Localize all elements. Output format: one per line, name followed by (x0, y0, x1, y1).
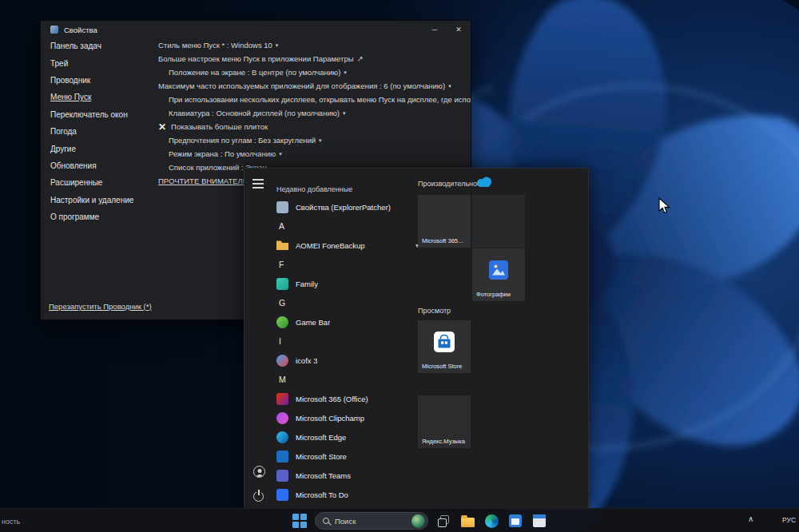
hamburger-icon[interactable] (252, 177, 265, 188)
start-menu-app[interactable]: Microsoft Store ▾ (276, 447, 422, 466)
tile-photos[interactable]: Фотографии (472, 248, 525, 301)
sidebar-item[interactable]: Меню Пуск (50, 89, 156, 105)
section-letter[interactable]: A (276, 216, 422, 236)
user-button[interactable] (253, 466, 265, 478)
section-letter[interactable]: G (276, 293, 422, 312)
start-menu: Недавно добавленные Свойства (ExplorerPa… (244, 168, 589, 509)
start-menu-app[interactable]: icofx 3 ▾ (276, 351, 422, 370)
tray-chevron-icon[interactable]: ∧ (748, 514, 753, 523)
app-window-button[interactable] (531, 512, 548, 530)
section-letter[interactable]: F (276, 255, 422, 274)
sidebar-item[interactable]: Другие (50, 140, 156, 157)
setting-row[interactable]: ✕ Клавиатура : Основной дисплей (по умол… (169, 106, 467, 120)
setting-label: При использовании нескольких дисплеев, о… (169, 95, 471, 104)
setting-row[interactable]: ✕ При использовании нескольких дисплеев,… (169, 93, 467, 106)
tile-yandex-music[interactable]: Яндекс.Музыка (418, 395, 471, 448)
tile-empty[interactable] (472, 195, 525, 248)
sidebar-item[interactable]: Обновления (50, 157, 156, 174)
settings-sidebar: Панель задачТрейПроводникМеню ПускПерекл… (50, 38, 156, 225)
settings-content: ✕ Стиль меню Пуск * : Windows 10 ▾ ✕ Бол… (158, 38, 467, 188)
start-menu-rail (244, 169, 275, 508)
photos-icon (489, 260, 508, 283)
setting-row[interactable]: ✕ Стиль меню Пуск * : Windows 10 ▾ (158, 38, 467, 52)
checkbox-x-icon[interactable]: ✕ (158, 121, 166, 133)
language-indicator[interactable]: РУС (782, 516, 796, 524)
tile-microsoft-365[interactable]: Microsoft 365… (418, 195, 471, 248)
onedrive-cloud-icon[interactable] (475, 176, 493, 191)
close-button[interactable]: ✕ (447, 21, 471, 38)
dropdown-caret-icon: ▾ (448, 83, 451, 89)
file-explorer-button[interactable] (459, 512, 476, 530)
game-bar-icon (276, 316, 288, 328)
setting-label: Больше настроек меню Пуск в приложении П… (158, 54, 354, 63)
edge-icon (276, 431, 288, 443)
sidebar-item[interactable]: Расширенные (50, 174, 156, 191)
sidebar-item[interactable]: Панель задач (50, 38, 156, 54)
start-menu-app[interactable]: Свойства (ExplorerPatcher) ▾ (276, 197, 422, 216)
store-icon (434, 332, 455, 355)
folder-icon (461, 518, 475, 527)
properties-icon (276, 201, 288, 213)
section-letter[interactable]: I (276, 332, 422, 351)
setting-row[interactable]: ✕ Больше настроек меню Пуск в приложении… (158, 52, 467, 66)
recently-added-header: Недавно добавленные (276, 181, 422, 197)
start-menu-app[interactable]: AOMEI FoneBackup ▾ (276, 236, 422, 255)
sidebar-item[interactable]: Трей (50, 54, 156, 71)
setting-row[interactable]: ✕ Предпочтения по углам : Без закруглени… (169, 133, 467, 147)
search-daily-image[interactable] (411, 514, 425, 528)
section-letter[interactable]: M (276, 370, 422, 389)
restart-explorer-link[interactable]: Перезапустить Проводник (*) (49, 302, 152, 311)
start-menu-app[interactable]: Microsoft To Do ▾ (276, 485, 422, 504)
dropdown-caret-icon: ▾ (344, 69, 347, 76)
clipchamp-icon (276, 412, 288, 424)
sidebar-item[interactable]: О программе (50, 208, 156, 225)
user-icon (253, 466, 265, 478)
sidebar-item[interactable]: Настройки и удаление (50, 192, 156, 208)
search-box[interactable]: Поиск (315, 512, 428, 530)
setting-row[interactable]: ✕ Положение на экране : В центре (по умо… (169, 66, 467, 79)
power-button[interactable] (253, 491, 264, 502)
window-title: Свойства (64, 26, 97, 34)
window-titlebar[interactable]: Свойства ─ ✕ (41, 21, 471, 38)
app-icon (50, 26, 58, 34)
setting-row[interactable]: ✕ Показывать больше плиток ▾ (158, 120, 467, 133)
edge-button[interactable] (483, 512, 500, 530)
search-icon (323, 518, 329, 524)
clipped-label: ность (2, 518, 20, 526)
tile-group-title[interactable]: Просмотр (418, 307, 451, 315)
start-menu-app[interactable]: Microsoft Teams ▾ (276, 466, 422, 485)
setting-label: Режим экрана : По умолчанию (169, 149, 276, 158)
minimize-button[interactable]: ─ (423, 21, 447, 38)
store-icon (509, 514, 522, 527)
start-menu-app[interactable]: Microsoft Edge ▾ (276, 427, 422, 447)
task-view-button[interactable] (435, 512, 452, 530)
taskbar: ность Поиск ∧ РУС (0, 508, 799, 532)
start-menu-app[interactable]: Microsoft 365 (Office) ▾ (276, 389, 422, 408)
setting-label: Максимум часто используемых приложений д… (158, 81, 445, 90)
setting-label: Показывать больше плиток (171, 122, 268, 131)
setting-row[interactable]: ✕ Режим экрана : По умолчанию ▾ (169, 147, 467, 161)
sidebar-item[interactable]: Погода (50, 123, 156, 140)
sidebar-item[interactable]: Проводник (50, 72, 156, 89)
start-menu-app[interactable]: Family ▾ (276, 274, 422, 293)
dropdown-caret-icon: ▾ (343, 110, 346, 117)
power-icon (253, 491, 264, 502)
microsoft-365-icon (276, 393, 288, 405)
store-button[interactable] (507, 512, 524, 530)
teams-icon (276, 470, 288, 482)
desktop: Свойства ─ ✕ Панель задачТрейПроводникМе… (0, 0, 799, 532)
dropdown-caret-icon: ▾ (276, 42, 279, 49)
task-view-icon (437, 514, 450, 527)
folder-icon (276, 240, 288, 252)
start-menu-app[interactable]: Microsoft Clipchamp ▾ (276, 408, 422, 427)
setting-label: Предпочтения по углам : Без закруглений (169, 136, 316, 145)
edge-icon (485, 514, 499, 528)
start-menu-app[interactable]: Game Bar ▾ (276, 312, 422, 332)
tile-microsoft-store[interactable]: Microsoft Store (418, 320, 471, 373)
setting-label: Клавиатура : Основной дисплей (по умолча… (169, 109, 340, 117)
sidebar-item[interactable]: Переключатель окон (50, 106, 156, 123)
todo-icon (276, 489, 288, 501)
setting-row[interactable]: ✕ Максимум часто используемых приложений… (158, 79, 467, 93)
start-button[interactable] (291, 513, 308, 529)
setting-label: Положение на экране : В центре (по умолч… (169, 68, 340, 77)
